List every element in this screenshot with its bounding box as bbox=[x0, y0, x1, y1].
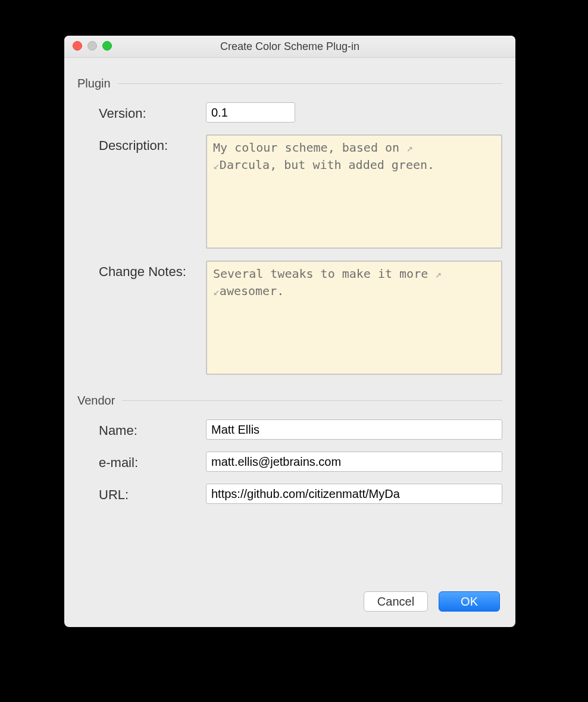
vendor-email-input[interactable] bbox=[206, 452, 502, 472]
cancel-button[interactable]: Cancel bbox=[364, 591, 428, 612]
description-textarea[interactable]: My colour scheme, based on ↗ ↙Darcula, b… bbox=[206, 134, 502, 249]
field-vendor-name: Name: bbox=[99, 419, 502, 440]
change-notes-label: Change Notes: bbox=[99, 261, 206, 280]
change-notes-textarea[interactable]: Several tweaks to make it more ↗ ↙awesom… bbox=[206, 261, 502, 375]
titlebar: Create Color Scheme Plug-in bbox=[64, 36, 515, 58]
field-version: Version: bbox=[99, 102, 502, 123]
ok-button[interactable]: OK bbox=[439, 591, 500, 612]
soft-wrap-icon: ↗ bbox=[435, 268, 442, 280]
vendor-url-input[interactable] bbox=[206, 484, 502, 504]
field-vendor-email: e-mail: bbox=[99, 452, 502, 472]
vendor-email-label: e-mail: bbox=[99, 452, 206, 471]
section-label: Vendor bbox=[77, 394, 115, 408]
version-input[interactable] bbox=[206, 102, 295, 123]
window-title: Create Color Scheme Plug-in bbox=[64, 36, 515, 57]
soft-wrap-icon: ↙ bbox=[213, 285, 220, 297]
vendor-form: Name: e-mail: URL: bbox=[99, 419, 502, 504]
vendor-name-input[interactable] bbox=[206, 419, 502, 440]
dialog-body: Plugin Version: Description: My colour s… bbox=[64, 58, 515, 504]
divider bbox=[122, 400, 502, 401]
change-notes-text-line1: Several tweaks to make it more bbox=[213, 267, 435, 281]
dialog-window: Create Color Scheme Plug-in Plugin Versi… bbox=[64, 36, 515, 627]
field-vendor-url: URL: bbox=[99, 484, 502, 504]
section-label: Plugin bbox=[77, 77, 111, 90]
vendor-name-label: Name: bbox=[99, 419, 206, 438]
soft-wrap-icon: ↗ bbox=[406, 142, 413, 154]
field-description: Description: My colour scheme, based on … bbox=[99, 134, 502, 249]
vendor-url-label: URL: bbox=[99, 484, 206, 503]
description-text-line2: Darcula, but with added green. bbox=[220, 158, 434, 172]
soft-wrap-icon: ↙ bbox=[213, 159, 220, 171]
description-text-line1: My colour scheme, based on bbox=[213, 140, 406, 155]
divider bbox=[118, 83, 502, 84]
section-header-vendor: Vendor bbox=[77, 394, 502, 408]
field-change-notes: Change Notes: Several tweaks to make it … bbox=[99, 261, 502, 375]
dialog-buttons: Cancel OK bbox=[364, 591, 500, 612]
plugin-form: Version: Description: My colour scheme, … bbox=[99, 102, 502, 375]
version-label: Version: bbox=[99, 102, 206, 121]
section-header-plugin: Plugin bbox=[77, 77, 502, 90]
description-label: Description: bbox=[99, 134, 206, 153]
change-notes-text-line2: awesomer. bbox=[220, 284, 284, 298]
